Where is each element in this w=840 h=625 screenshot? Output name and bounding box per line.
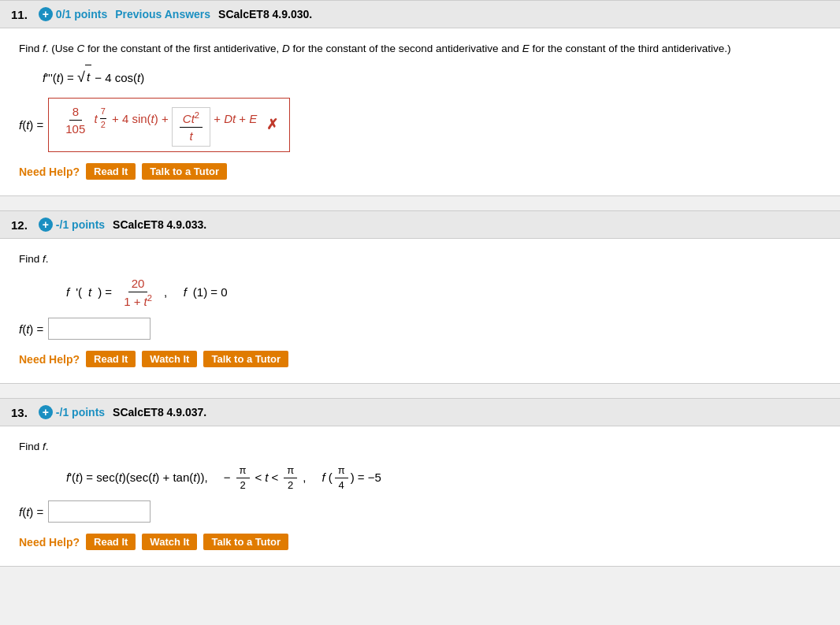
points-text-11: 0/1 points xyxy=(56,8,107,20)
given-eq-13-part1: f'(t) = sec(t)(sec(t) + tan(t)), xyxy=(66,466,208,489)
points-badge-11: + 0/1 points xyxy=(39,7,107,21)
need-help-row-13: Need Help? Read It Watch It Talk to a Tu… xyxy=(19,534,821,550)
answer-label-12: f(t) = xyxy=(19,322,43,336)
problem-block-12: 12. + -/1 points SCalcET8 4.9.033. Find … xyxy=(0,210,840,384)
watch-it-button-13[interactable]: Watch It xyxy=(142,534,197,550)
problem-instruction-12: Find f. xyxy=(19,251,821,267)
read-it-button-13[interactable]: Read It xyxy=(86,534,136,550)
answer-row-11: f(t) = 8 105 t72 + 4 sin(t) + Ct2 t xyxy=(19,98,821,152)
plus-icon-11: + xyxy=(39,7,53,21)
talk-to-tutor-button-12[interactable]: Talk to a Tutor xyxy=(203,351,288,367)
need-help-label-12: Need Help? xyxy=(19,353,80,366)
given-eq-13-part3: f ( π 4 ) = −5 xyxy=(322,463,381,493)
problem-body-12: Find f. f'(t) = 20 1 + t2 , f(1) = 0 f(t… xyxy=(0,239,840,383)
problem-instruction-13: Find f. xyxy=(19,439,821,455)
answer-label-13: f(t) = xyxy=(19,505,43,519)
answer-row-12: f(t) = xyxy=(19,318,821,340)
need-help-label-13: Need Help? xyxy=(19,536,80,549)
need-help-label-11: Need Help? xyxy=(19,166,80,178)
problem-block-11: 11. + 0/1 points Previous Answers SCalcE… xyxy=(0,0,840,196)
problem-id-11: SCalcET8 4.9.030. xyxy=(218,8,312,20)
problem-number-13: 13. xyxy=(11,406,28,419)
problem-body-13: Find f. f'(t) = sec(t)(sec(t) + tan(t)),… xyxy=(0,426,840,566)
talk-to-tutor-button-13[interactable]: Talk to a Tutor xyxy=(203,534,288,550)
problem-block-13: 13. + -/1 points SCalcET8 4.9.037. Find … xyxy=(0,398,840,567)
points-text-12: -/1 points xyxy=(56,218,105,231)
problem-header-12: 12. + -/1 points SCalcET8 4.9.033. xyxy=(0,211,840,239)
points-badge-12: + -/1 points xyxy=(39,218,105,232)
answer-input-12[interactable] xyxy=(48,318,151,340)
need-help-row-11: Need Help? Read It Talk to a Tutor xyxy=(19,163,821,180)
plus-icon-12: + xyxy=(39,218,53,232)
plus-icon-13: + xyxy=(39,405,53,419)
read-it-button-12[interactable]: Read It xyxy=(86,351,136,367)
problem-instruction-11: Find f. (Use C for the constant of the f… xyxy=(19,41,821,57)
points-text-13: -/1 points xyxy=(56,406,105,419)
given-eq-12: f'(t) = 20 1 + t2 , f(1) = 0 xyxy=(66,275,821,310)
given-eq-13-part2: − π 2 < t < π 2 , xyxy=(224,463,307,493)
problem-id-12: SCalcET8 4.9.033. xyxy=(113,218,206,231)
answer-frac-11: 8 105 t72 + 4 sin(t) + Ct2 t + Dt + E xyxy=(60,103,257,147)
answer-input-13[interactable] xyxy=(48,500,151,523)
watch-it-button-12[interactable]: Watch It xyxy=(142,351,197,367)
problem-header-11: 11. + 0/1 points Previous Answers SCalcE… xyxy=(0,1,840,28)
problem-number-12: 12. xyxy=(11,218,28,232)
page-container: 11. + 0/1 points Previous Answers SCalcE… xyxy=(0,0,840,625)
error-mark-11: ✗ xyxy=(266,116,278,133)
problem-header-13: 13. + -/1 points SCalcET8 4.9.037. xyxy=(0,399,840,426)
answer-row-13: f(t) = xyxy=(19,500,821,523)
boxed-answer-11: 8 105 t72 + 4 sin(t) + Ct2 t + Dt + E xyxy=(48,98,290,152)
points-badge-13: + -/1 points xyxy=(39,405,105,419)
need-help-row-12: Need Help? Read It Watch It Talk to a Tu… xyxy=(19,351,821,367)
prev-answers-link-11[interactable]: Previous Answers xyxy=(115,8,210,20)
given-eq-11: f'''(t) = √t − 4 cos(t) xyxy=(43,65,821,90)
answer-label-11: f(t) = xyxy=(19,118,43,132)
given-eq-13: f'(t) = sec(t)(sec(t) + tan(t)), − π 2 <… xyxy=(66,463,821,493)
talk-to-tutor-button-11[interactable]: Talk to a Tutor xyxy=(142,163,227,180)
read-it-button-11[interactable]: Read It xyxy=(86,163,136,180)
problem-number-11: 11. xyxy=(11,8,28,21)
problem-body-11: Find f. (Use C for the constant of the f… xyxy=(0,28,840,195)
problem-id-13: SCalcET8 4.9.037. xyxy=(113,406,206,419)
